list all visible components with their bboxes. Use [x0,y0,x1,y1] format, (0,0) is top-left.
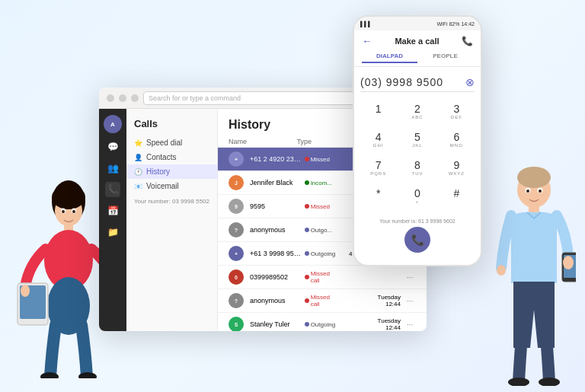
type-label: Outgo... [311,227,332,234]
sidebar-icon-chat[interactable]: 💬 [105,139,120,155]
table-row[interactable]: 0 0399989502 Missed call ··· [218,266,427,289]
number-display: (03) 9998 9500 ⊗ [360,73,475,92]
dial-num: 5 [414,132,420,142]
dial-key-4[interactable]: 4 GHI [360,128,396,153]
phone-call-icon[interactable]: 📞 [462,36,473,46]
dial-letters: + [416,199,420,206]
svg-point-22 [508,378,529,386]
row-type: Outgoing [305,321,336,328]
type-label: Incom... [311,180,332,186]
your-number: Your number: 03 9998 5502 [126,193,217,205]
clear-button[interactable]: ⊗ [465,76,475,88]
row-name: Stanley Tuler [250,320,302,328]
dial-key-6[interactable]: 6 MNO [439,128,475,153]
titlebar-dot-3 [131,94,139,102]
dialpad-body: (03) 9998 9500 ⊗ 1 2 ABC 3 DEF 4 GHI 5 J… [354,67,481,265]
row-type: Missed call [305,270,336,284]
dial-key-0[interactable]: 0 + [399,184,435,209]
row-avatar: + [229,151,244,167]
row-avatar: + [229,246,244,261]
phone-status-bar: ▌▌▌ WiFi 82% 14:42 [354,17,481,30]
svg-point-14 [72,210,75,213]
time-display: 14:42 [461,21,475,27]
voicemail-icon: 📧 [134,183,142,190]
row-name: +61 2 4920 2300 [250,155,302,163]
tab-people[interactable]: PEOPLE [417,50,473,63]
sidebar-icon-calendar[interactable]: 📅 [105,203,120,218]
row-name: anonymous [250,226,302,234]
history-icon: 🕐 [134,168,142,176]
contacts-icon: 👤 [134,154,142,161]
dial-num: 3 [453,104,459,114]
row-type: Missed call [305,294,336,308]
row-avatar: ? [229,293,244,308]
row-type: Outgoing [305,250,336,257]
sidebar-icon-calls[interactable]: 📞 [105,182,120,197]
type-indicator [305,298,309,303]
dial-num: 6 [453,132,459,142]
more-options-button[interactable]: ··· [404,297,416,305]
dial-num: 4 [376,132,382,142]
dial-key-*[interactable]: * [360,184,396,209]
dial-key-3[interactable]: 3 DEF [439,100,475,125]
wifi-icon: WiFi [436,21,447,27]
svg-point-13 [62,210,65,213]
dial-key-9[interactable]: 9 WXYZ [439,156,475,181]
dial-key-8[interactable]: 8 TUV [399,156,435,181]
nav-contacts[interactable]: 👤 Contacts [126,150,217,164]
phone-header: ← Make a call 📞 DIALPAD PEOPLE [354,30,481,67]
dial-key-7[interactable]: 7 PQRS [360,156,396,181]
dial-key-2[interactable]: 2 ABC [399,100,435,125]
speed-dial-icon: ⭐ [134,139,142,147]
phone-header-top: ← Make a call 📞 [362,35,473,47]
call-button[interactable]: 📞 [404,227,430,253]
type-indicator [305,275,309,279]
sidebar-icon-teams[interactable]: 👥 [105,161,120,176]
dial-letters: JKL [412,143,422,149]
svg-point-21 [497,265,506,276]
svg-point-26 [526,190,529,193]
dial-key-5[interactable]: 5 JKL [399,128,435,153]
svg-point-23 [539,378,560,386]
dial-letters: GHI [373,143,384,149]
nav-history[interactable]: 🕐 History [126,164,217,179]
more-options-button[interactable]: ··· [404,273,416,282]
dial-num: 1 [376,104,382,114]
back-button[interactable]: ← [362,35,372,47]
dial-key-1[interactable]: 1 [360,100,396,125]
row-date: Tuesday 12:44 [362,294,401,308]
search-command-bar[interactable]: Search for or type a command [143,91,387,105]
dial-num: # [453,188,459,199]
dial-num: 9 [453,160,459,171]
svg-point-2 [52,185,85,209]
your-number-label: Your number is: 61 3 9998 9602 [360,218,475,224]
row-date: Tuesday 12:44 [362,317,401,331]
more-options-button[interactable]: ··· [404,320,416,329]
type-label: Missed [311,203,330,210]
type-indicator [305,157,309,161]
nav-speed-dial[interactable]: ⭐ Speed dial [126,135,217,150]
sidebar-icon-files[interactable]: 📁 [105,225,120,240]
type-label: Outgoing [311,250,335,257]
row-type: Missed [305,203,336,210]
table-row[interactable]: ? anonymous Missed call Tuesday 12:44 ··… [218,289,427,313]
signal-icon: ▌▌▌ [360,21,372,27]
type-indicator [305,180,309,185]
dial-key-#[interactable]: # [439,184,475,209]
calls-panel: Calls ⭐ Speed dial 👤 Contacts 🕐 History … [126,109,218,331]
dial-letters: DEF [451,115,462,121]
type-label: Outgoing [311,321,335,328]
row-avatar: ? [229,222,244,237]
nav-voicemail[interactable]: 📧 Voicemail [126,179,217,193]
tab-dialpad[interactable]: DIALPAD [362,50,417,63]
phone-title: Make a call [395,37,439,46]
row-avatar: 9 [229,199,244,214]
contacts-label: Contacts [146,153,176,161]
calls-panel-title: Calls [126,115,217,135]
row-name: 0399989502 [250,273,302,281]
row-type: Outgo... [305,227,336,234]
user-avatar[interactable]: A [104,115,122,133]
table-row[interactable]: S Stanley Tuler Outgoing Tuesday 12:44 ·… [218,313,427,331]
svg-point-20 [563,256,574,269]
history-label: History [146,167,170,176]
